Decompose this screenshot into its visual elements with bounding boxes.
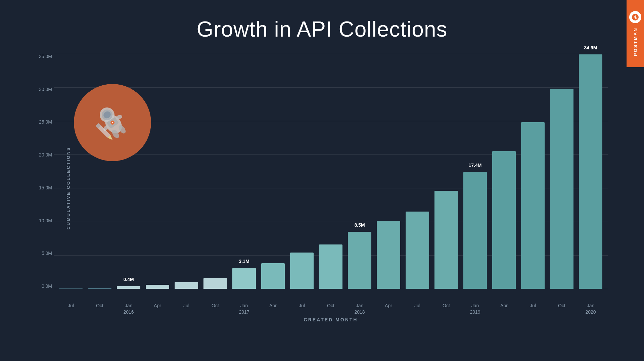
bar-6: 3.1M xyxy=(232,268,256,289)
bar-5 xyxy=(203,278,227,289)
x-label-18: Jan2020 xyxy=(577,303,604,316)
x-label-14: Jan2019 xyxy=(461,303,489,316)
postman-badge: POSTMAN xyxy=(627,0,644,67)
x-label-6: Jan2017 xyxy=(230,303,258,316)
bar-16 xyxy=(521,122,545,289)
bar-group-14: 17.4M xyxy=(461,54,489,289)
x-label-16: Jul xyxy=(519,303,547,316)
x-label-11: Apr xyxy=(375,303,402,316)
bar-group-8 xyxy=(288,54,316,289)
bar-0 xyxy=(59,288,83,289)
x-label-0: Jul xyxy=(57,303,85,316)
bar-18: 34.9M xyxy=(579,54,602,289)
x-label-10: Jan2018 xyxy=(346,303,373,316)
bar-group-18: 34.9M xyxy=(577,54,604,289)
bar-group-17 xyxy=(548,54,576,289)
x-label-3: Apr xyxy=(144,303,171,316)
grid-line-0m xyxy=(54,289,608,289)
bar-17 xyxy=(550,89,573,289)
x-label-12: Jul xyxy=(404,303,431,316)
bar-2: 0.4M xyxy=(117,286,140,289)
chart-inner: 35.0M 30.0M 25.0M 20.0M 15.0M 10.0M 5.0M… xyxy=(54,54,608,289)
bar-4 xyxy=(175,282,198,289)
bar-10: 8.5M xyxy=(348,232,371,289)
chart-title: Growth in API Collections xyxy=(0,0,644,42)
x-label-8: Jul xyxy=(288,303,316,316)
mascot-svg xyxy=(86,96,139,149)
bar-group-9 xyxy=(317,54,344,289)
x-axis: JulOctJan2016AprJulOctJan2017AprJulOctJa… xyxy=(54,303,608,316)
y-tick-20m: 20.0M xyxy=(34,152,52,157)
bar-8 xyxy=(290,253,314,289)
x-label-5: Oct xyxy=(201,303,229,316)
x-label-4: Jul xyxy=(173,303,200,316)
bar-12 xyxy=(406,212,429,289)
y-tick-30m: 30.0M xyxy=(34,87,52,92)
y-tick-25m: 25.0M xyxy=(34,119,52,125)
bar-label-6: 3.1M xyxy=(239,259,249,264)
y-tick-5m: 5.0M xyxy=(34,251,52,256)
bar-group-13 xyxy=(432,54,460,289)
postman-icon xyxy=(629,11,641,23)
bar-group-5 xyxy=(201,54,229,289)
bar-group-7 xyxy=(259,54,287,289)
x-label-7: Apr xyxy=(259,303,287,316)
x-label-17: Oct xyxy=(548,303,576,316)
y-ticks: 35.0M 30.0M 25.0M 20.0M 15.0M 10.0M 5.0M… xyxy=(34,54,52,289)
bar-label-18: 34.9M xyxy=(584,45,597,50)
bar-group-4 xyxy=(173,54,200,289)
bar-3 xyxy=(146,285,169,289)
bar-group-12 xyxy=(404,54,431,289)
bar-group-0 xyxy=(57,54,85,289)
x-label-2: Jan2016 xyxy=(115,303,142,316)
bar-group-3 xyxy=(144,54,171,289)
y-tick-10m: 10.0M xyxy=(34,218,52,223)
x-axis-title: CREATED MONTH xyxy=(304,317,358,322)
bar-group-16 xyxy=(519,54,547,289)
bar-14: 17.4M xyxy=(463,172,487,289)
y-tick-15m: 15.0M xyxy=(34,185,52,190)
bar-9 xyxy=(319,244,342,289)
bar-group-10: 8.5M xyxy=(346,54,373,289)
bar-group-6: 3.1M xyxy=(230,54,258,289)
bar-7 xyxy=(261,263,285,289)
x-label-15: Apr xyxy=(490,303,518,316)
postman-label: POSTMAN xyxy=(633,27,638,56)
y-tick-0m: 0.0M xyxy=(34,283,52,289)
x-label-1: Oct xyxy=(86,303,113,316)
bar-13 xyxy=(434,191,458,289)
mascot-circle xyxy=(74,84,151,161)
y-tick-35m: 35.0M xyxy=(34,54,52,59)
x-label-13: Oct xyxy=(432,303,460,316)
x-label-9: Oct xyxy=(317,303,344,316)
bar-label-2: 0.4M xyxy=(123,277,134,282)
bar-group-15 xyxy=(490,54,518,289)
bar-15 xyxy=(492,151,516,289)
bars-area: 0.4M3.1M8.5M17.4M34.9M xyxy=(54,54,608,289)
bar-label-10: 8.5M xyxy=(354,222,365,228)
bar-11 xyxy=(377,221,400,289)
bar-1 xyxy=(88,288,111,289)
bar-label-14: 17.4M xyxy=(469,163,482,168)
bar-group-11 xyxy=(375,54,402,289)
